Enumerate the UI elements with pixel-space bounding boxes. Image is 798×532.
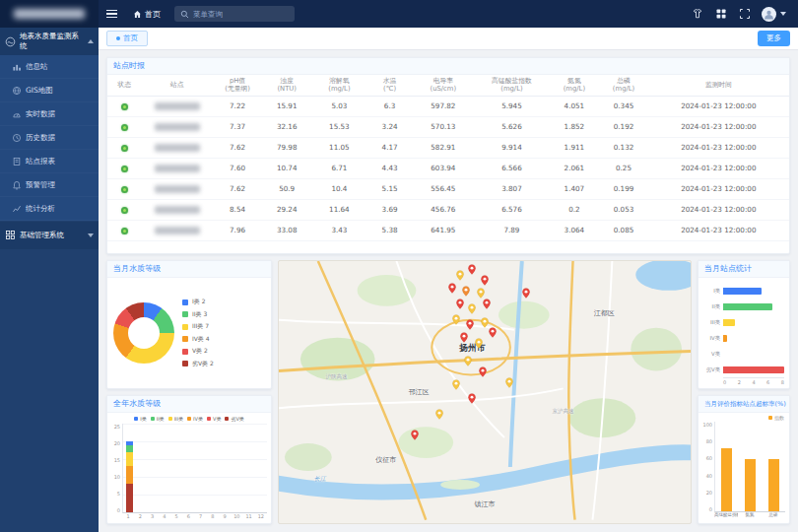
map-station-pin-yellow[interactable]: [467, 300, 478, 313]
menu-search[interactable]: [174, 6, 295, 22]
sidebar-item-realtime[interactable]: 实时数据: [0, 102, 99, 126]
legend-item[interactable]: 劣V类: [225, 416, 243, 422]
map-station-pin-yellow[interactable]: [450, 311, 461, 324]
breadcrumb[interactable]: 首页: [124, 9, 168, 20]
legend-item[interactable]: II类: [151, 416, 165, 422]
legend-item[interactable]: II类 3: [182, 310, 214, 319]
exceed-rate-panel: 当月评价指标站点超标率(%) 指数 100806040200 高锰酸盐指数氨氮总…: [698, 395, 790, 524]
legend-item[interactable]: I类: [134, 416, 146, 422]
water-grade-donut-chart: [113, 302, 174, 364]
station-name-blurred: [155, 102, 200, 110]
legend-item[interactable]: IV类 4: [182, 335, 214, 344]
report-icon: [12, 157, 22, 166]
station-name-blurred: [155, 144, 200, 152]
sidebar-item-analysis[interactable]: 统计分析: [0, 197, 99, 221]
sidebar: 地表水质量监测系统 信息站GIS地图实时数据历史数据站点报表预警管理统计分析 基…: [0, 28, 99, 532]
sidebar-item-label: 实时数据: [26, 109, 55, 119]
grid-apps-icon[interactable]: [714, 7, 728, 21]
status-normal-dot: [121, 124, 128, 131]
exceed-rate-legend: 指数: [768, 415, 784, 421]
panel-title-monthly-grade: 当月水质等级: [107, 261, 271, 278]
column-header: 氨氮(mg/L): [549, 75, 599, 96]
sidebar-item-label: 信息站: [26, 62, 48, 72]
avatar: [762, 7, 776, 22]
sidebar-item-label: 站点报表: [26, 157, 55, 166]
legend-item[interactable]: V类: [207, 416, 221, 422]
hbar-row: III类: [703, 319, 784, 326]
table-row: 7.2215.915.036.3597.825.9454.0510.345202…: [107, 96, 789, 116]
vbar: [745, 459, 756, 511]
sidebar-root-base-system[interactable]: 基础管理系统: [0, 222, 99, 249]
tab-home[interactable]: 首页: [106, 31, 148, 46]
topbar: 首页: [0, 0, 798, 28]
column-header: 总磷(mg/L): [599, 75, 647, 96]
hamburger-menu-icon[interactable]: [99, 0, 124, 28]
map-station-pin-red[interactable]: [459, 329, 470, 342]
sidebar-item-history[interactable]: 历史数据: [0, 126, 99, 150]
sidebar-item-map[interactable]: GIS地图: [0, 79, 99, 102]
column-header: 电导率(uS/cm): [412, 75, 474, 96]
map-station-pin-red[interactable]: [467, 261, 478, 274]
search-input[interactable]: [193, 10, 282, 19]
history-icon: [12, 133, 22, 143]
sidebar-item-info-station[interactable]: 信息站: [0, 55, 99, 79]
alert-icon: [12, 180, 22, 190]
user-menu[interactable]: [762, 7, 786, 22]
legend-item[interactable]: 劣V类 2: [182, 360, 214, 368]
map-station-pin-red[interactable]: [488, 324, 499, 337]
map-station-pin-red[interactable]: [482, 296, 493, 308]
map-station-pin-yellow[interactable]: [473, 335, 484, 348]
exceed-rate-bar-chart: [714, 422, 785, 512]
gis-map[interactable]: 扬州市江都区邗江区仪征市镇江市沪陕高速京沪高速长江: [278, 260, 692, 524]
column-header: 状态: [107, 75, 142, 96]
topbar-actions: [691, 7, 798, 22]
map-station-pin-red[interactable]: [520, 285, 531, 298]
fullscreen-icon[interactable]: [738, 7, 752, 21]
map-station-pin-yellow[interactable]: [504, 374, 515, 387]
station-name-blurred: [155, 185, 200, 193]
legend-item[interactable]: III类: [168, 416, 183, 422]
map-station-pin-red[interactable]: [477, 364, 488, 376]
legend-item[interactable]: I类 2: [182, 298, 214, 306]
map-station-pin-red[interactable]: [465, 316, 476, 329]
column-header: 站点: [142, 75, 213, 96]
station-name-blurred: [155, 206, 200, 214]
monthly-grade-panel: 当月水质等级 I类 2II类 3III类 7IV类 4V类 2劣V类 2: [106, 260, 272, 389]
legend-item[interactable]: IV类: [187, 416, 203, 422]
exceed-rate-x-axis: 高锰酸盐指数氨氮总磷: [714, 512, 785, 521]
legend-item[interactable]: III类 7: [182, 322, 214, 331]
home-icon: [132, 9, 142, 19]
theme-icon[interactable]: [691, 7, 704, 21]
map-station-pin-red[interactable]: [446, 280, 457, 293]
sidebar-submenu: 信息站GIS地图实时数据历史数据站点报表预警管理统计分析: [0, 55, 99, 221]
base-system-icon: [5, 230, 16, 242]
column-header: 溶解氧(mg/L): [311, 75, 367, 96]
annual-y-axis: 2520151050: [111, 424, 122, 521]
sidebar-item-report[interactable]: 站点报表: [0, 150, 99, 173]
map-station-pin-red[interactable]: [480, 272, 491, 285]
legend-item[interactable]: V类 2: [182, 347, 214, 356]
sidebar-root-water-system[interactable]: 地表水质量监测系统: [0, 28, 99, 55]
map-station-pin-red[interactable]: [409, 427, 420, 439]
water-system-icon: [5, 36, 16, 47]
status-normal-dot: [121, 228, 128, 234]
map-station-pin-red[interactable]: [454, 296, 465, 308]
vbar: [768, 459, 779, 511]
column-header: pH值(无量纲): [212, 75, 262, 96]
sidebar-item-alert[interactable]: 预警管理: [0, 173, 99, 197]
station-stats-x-axis: 02468: [723, 377, 784, 386]
more-button[interactable]: 更多: [758, 31, 790, 46]
sidebar-item-label: 历史数据: [26, 133, 55, 143]
map-station-pin-yellow[interactable]: [434, 406, 445, 419]
map-station-pin-yellow[interactable]: [450, 376, 461, 389]
map-station-pin-red[interactable]: [467, 390, 478, 403]
annual-stacked-bar-chart: [122, 424, 267, 513]
annual-x-axis: 123456789101112: [122, 513, 267, 521]
column-header: 高锰酸盐指数(mg/L): [475, 75, 550, 96]
map-station-pin-yellow[interactable]: [463, 353, 474, 366]
map-station-pin-yellow[interactable]: [454, 267, 465, 280]
map-station-pin-orange[interactable]: [461, 283, 472, 296]
station-table-body: 7.2215.915.036.3597.825.9454.0510.345202…: [107, 96, 789, 240]
station-stats-bar-chart: I类II类III类IV类V类劣V类: [703, 284, 784, 377]
hbar-row: II类: [703, 303, 784, 310]
